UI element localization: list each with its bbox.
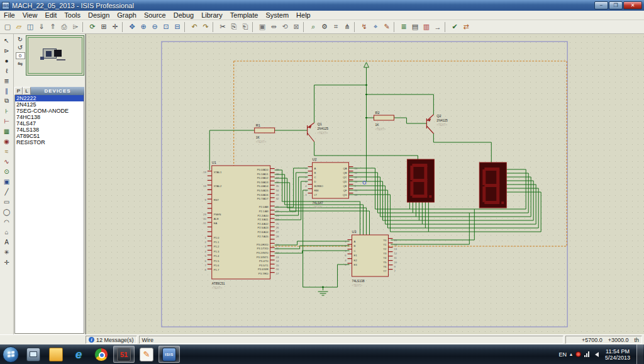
import-icon[interactable]: ⇓ xyxy=(36,21,47,33)
packaging-tool-icon[interactable]: ⌗ xyxy=(330,21,341,33)
maximize-button[interactable]: ❐ xyxy=(609,1,623,9)
new-sheet-icon[interactable]: ▤ xyxy=(409,21,421,33)
virtual-instruments-mode-icon[interactable]: ▣ xyxy=(1,176,13,186)
wire-autorouter-icon[interactable]: ↯ xyxy=(358,21,370,33)
taskbar-isis[interactable]: ISIS xyxy=(158,346,180,363)
rotation-angle-field[interactable]: 0 xyxy=(16,52,25,59)
component-r2[interactable]: R2 1K <TEXT> xyxy=(374,111,394,131)
circle-2d-icon[interactable]: ◯ xyxy=(1,207,13,217)
minimize-button[interactable]: − xyxy=(594,1,608,9)
copy-icon[interactable]: ⎘ xyxy=(228,21,240,33)
device-item[interactable]: 74LS138 xyxy=(15,127,84,133)
taskbar-clock[interactable]: 11:54 PM 5/24/2013 xyxy=(602,348,633,361)
rotate-cw-icon[interactable]: ↻ xyxy=(18,36,23,43)
goto-sheet-icon[interactable]: → xyxy=(432,21,443,33)
menu-item[interactable]: Design xyxy=(84,11,113,19)
volume-icon[interactable] xyxy=(592,352,599,357)
ground-terminal[interactable] xyxy=(318,292,328,295)
seven-segment-display-1[interactable] xyxy=(407,159,434,202)
menu-item[interactable]: Library xyxy=(197,11,226,19)
graph-mode-icon[interactable]: ▦ xyxy=(1,126,13,136)
menu-item[interactable]: View xyxy=(19,11,42,19)
grid-toggle-icon[interactable]: ⊞ xyxy=(98,21,109,33)
menu-item[interactable]: Help xyxy=(292,11,314,19)
mark-area-icon[interactable]: ⌲ xyxy=(70,21,81,33)
zoom-all-icon[interactable]: ⊡ xyxy=(160,21,172,33)
component-r1[interactable]: R1 1K <TEXT> xyxy=(255,123,275,144)
component-q2[interactable]: Q2 2N4125 <TEXT> xyxy=(426,114,448,134)
save-icon[interactable]: ◫ xyxy=(25,21,36,33)
device-item[interactable]: 74LS47 xyxy=(15,120,84,127)
taskbar-app-51[interactable]: 51 xyxy=(113,346,135,363)
line-2d-icon[interactable]: ╱ xyxy=(1,186,13,196)
device-item[interactable]: 2N2222 xyxy=(15,95,84,101)
open-file-icon[interactable]: ▱ xyxy=(13,21,25,33)
netlist-icon[interactable]: ⇄ xyxy=(460,21,472,33)
marker-2d-icon[interactable]: ✛ xyxy=(1,257,13,267)
redraw-icon[interactable]: ⟳ xyxy=(87,21,98,33)
search-tag-icon[interactable]: ⌖ xyxy=(370,21,381,33)
show-desktop-button[interactable] xyxy=(636,344,643,364)
menu-item[interactable]: Debug xyxy=(170,11,197,19)
taskbar-internet-explorer[interactable]: e xyxy=(68,346,89,363)
device-item[interactable]: RESISTOR xyxy=(15,139,84,145)
taskbar-media-app[interactable] xyxy=(23,346,44,363)
pan-icon[interactable]: ✥ xyxy=(126,21,138,33)
rotate-ccw-icon[interactable]: ↺ xyxy=(18,44,23,51)
zoom-area-icon[interactable]: ⊟ xyxy=(172,21,183,33)
menu-item[interactable]: Graph xyxy=(113,11,140,19)
pick-device-icon[interactable]: ⌕ xyxy=(308,21,319,33)
wire-label-mode-icon[interactable]: ℓ xyxy=(1,65,13,76)
taskbar-explorer[interactable] xyxy=(45,346,67,363)
current-probe-mode-icon[interactable]: ⊙ xyxy=(1,166,13,176)
device-item[interactable]: 74HC138 xyxy=(15,114,84,120)
menu-item[interactable]: File xyxy=(0,11,19,19)
property-assignment-icon[interactable]: ✎ xyxy=(381,21,392,33)
new-file-icon[interactable]: ▢ xyxy=(2,21,13,33)
taskbar-editor-app[interactable]: ✎ xyxy=(136,346,157,363)
design-explorer-icon[interactable]: ≣ xyxy=(398,21,409,33)
menu-item[interactable]: Source xyxy=(140,11,170,19)
paste-icon[interactable]: ⎗ xyxy=(240,21,251,33)
title-bar[interactable]: ISIS MACH_22_05_2013 - ISIS Professional… xyxy=(0,0,644,11)
component-mode-icon[interactable]: ⊳ xyxy=(1,45,13,55)
library-button[interactable]: L xyxy=(23,87,31,95)
mirror-icon[interactable]: ⇋ xyxy=(18,60,23,67)
menu-item[interactable]: Tools xyxy=(60,11,84,19)
block-copy-icon[interactable]: ▣ xyxy=(257,21,268,33)
path-2d-icon[interactable]: ⌂ xyxy=(1,227,13,237)
decompose-icon[interactable]: ⋔ xyxy=(341,21,353,33)
power-terminal[interactable] xyxy=(364,62,369,71)
terminal-mode-icon[interactable]: ⊦ xyxy=(1,106,13,116)
network-icon[interactable] xyxy=(584,351,589,357)
menu-item[interactable]: Template xyxy=(226,11,262,19)
schematic-canvas[interactable]: U1 AT89C51 <TEXT> XTAL1XTAL2RSTPSENALEEA… xyxy=(86,34,644,334)
text-2d-icon[interactable]: A xyxy=(1,237,13,247)
erc-icon[interactable]: ✔ xyxy=(449,21,460,33)
hidden-icons-arrow[interactable]: ▴ xyxy=(570,351,572,357)
arc-2d-icon[interactable]: ◠ xyxy=(1,217,13,227)
device-item[interactable]: 2N4125 xyxy=(15,101,84,108)
block-move-icon[interactable]: ⇹ xyxy=(268,21,279,33)
origin-icon[interactable]: ✛ xyxy=(109,21,121,33)
undo-icon[interactable]: ↶ xyxy=(189,21,200,33)
print-icon[interactable]: ⎙ xyxy=(58,21,70,33)
zoom-in-icon[interactable]: ⊕ xyxy=(138,21,149,33)
voltage-probe-mode-icon[interactable]: ∿ xyxy=(1,156,13,166)
seven-segment-display-2[interactable] xyxy=(479,162,506,208)
component-u3[interactable]: U3 74LS138 <TEXT> ABCE1E2E3 123645 Y0Y1Y… xyxy=(345,230,397,287)
menu-item[interactable]: Edit xyxy=(41,11,60,19)
remove-sheet-icon[interactable]: ▥ xyxy=(421,21,432,33)
export-icon[interactable]: ⇑ xyxy=(47,21,58,33)
junction-dot-mode-icon[interactable]: ● xyxy=(1,55,13,65)
text-script-mode-icon[interactable]: ≣ xyxy=(1,76,13,86)
cut-icon[interactable]: ✂ xyxy=(217,21,228,33)
taskbar-chrome[interactable] xyxy=(91,346,112,363)
device-item[interactable]: AT89C51 xyxy=(15,133,84,139)
overview-minimap[interactable] xyxy=(26,35,84,76)
selection-mode-icon[interactable]: ↖ xyxy=(1,35,13,45)
component-u1[interactable]: U1 AT89C51 <TEXT> XTAL1XTAL2RSTPSENALEEA… xyxy=(203,161,279,290)
symbol-2d-icon[interactable]: ✳ xyxy=(1,247,13,257)
device-pin-mode-icon[interactable]: ⊢ xyxy=(1,116,13,126)
subcircuit-mode-icon[interactable]: ⧉ xyxy=(1,96,13,106)
